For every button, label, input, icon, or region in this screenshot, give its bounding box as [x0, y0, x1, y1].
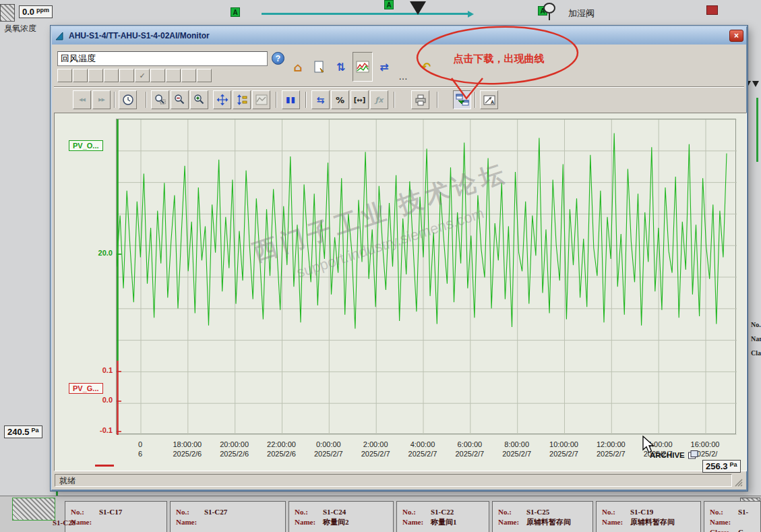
percent-icon: %	[336, 95, 344, 105]
right-column-label: Name	[751, 335, 761, 343]
status-text: 就绪	[55, 474, 732, 487]
separator	[146, 92, 147, 108]
toolbar-slot[interactable]	[104, 69, 119, 82]
sort-button[interactable]: ⇅	[331, 52, 351, 82]
ozone-value: 0.0	[22, 7, 34, 17]
separator	[305, 92, 307, 108]
alarm-a-marker: A	[384, 0, 394, 9]
zoom-out-button[interactable]	[171, 90, 189, 109]
title-bar[interactable]: AHU-S1-4/TT-AHU-S1-4-02AI/Monitor ×	[52, 27, 746, 45]
resize-grip[interactable]	[734, 478, 743, 487]
x-axis-label: 8:00:002025/2/7	[490, 440, 544, 459]
new-trend-button[interactable]	[309, 52, 330, 82]
pause-button[interactable]: ▮▮	[282, 90, 300, 109]
humidifier-valve-label: 加湿阀	[568, 7, 595, 20]
toolbar-slot[interactable]	[181, 69, 196, 82]
equipment-strip: No.:S1-C17Name:No.:S1-C27Name:No.:S1-C24…	[0, 496, 761, 532]
toolbar-slot[interactable]	[73, 69, 88, 82]
forward-icon: ▶▶	[98, 97, 104, 102]
move-axes-button[interactable]: ⇆	[311, 90, 330, 109]
toolbar-slot[interactable]	[197, 69, 212, 82]
hmi-background-screen: 0.0ppm 臭氧浓度 A A A 加湿阀 No. Name Clas 240.…	[0, 0, 761, 532]
y-axis-tick-label: -0.1	[73, 426, 113, 434]
toolbar-slot[interactable]: ✓	[135, 69, 150, 82]
trend-toolbar: ◀◀ ▶▶	[54, 89, 747, 111]
top-right-marker	[706, 5, 718, 15]
trend-plot[interactable]	[116, 119, 736, 434]
pressure-right-value: 256.3	[706, 461, 728, 471]
monitor-window: AHU-S1-4/TT-AHU-S1-4-02AI/Monitor × ? ✓ …	[51, 26, 748, 491]
brackets-icon: [↔]	[354, 96, 366, 104]
move-axes-icon: ⇆	[317, 94, 325, 105]
separator	[437, 92, 438, 108]
separator	[475, 92, 476, 108]
more-button[interactable]: …	[396, 69, 410, 84]
pressure-display-right: 256.3Pa	[702, 460, 741, 473]
equipment-box: No.:S1-C25Name:原辅料暂存间	[492, 501, 593, 532]
toolbar-slot[interactable]	[150, 69, 165, 82]
toolbar-slot[interactable]	[57, 69, 72, 82]
last-record-button[interactable]: ▶▶	[92, 90, 111, 109]
header-toolbar: ⌂ ⇅ ⇄ … ↶	[288, 50, 437, 84]
valve-stem	[549, 13, 550, 20]
mouse-cursor	[642, 436, 657, 454]
pressure-left-value: 240.5	[7, 427, 30, 437]
red-pen-legend-tick	[95, 465, 114, 467]
annotation-text: 点击下载，出现曲线	[431, 53, 566, 65]
data-transfer-button[interactable]: ⇄	[374, 52, 394, 82]
right-column-label: Clas	[751, 349, 761, 357]
undo-icon: ↶	[421, 60, 431, 73]
help-icon: ?	[276, 54, 280, 63]
tag-name-input[interactable]	[57, 51, 268, 66]
pressure-display-left: 240.5Pa	[4, 425, 42, 438]
auto-range-button[interactable]: [↔]	[351, 90, 369, 109]
ozone-unit: ppm	[36, 7, 49, 13]
pan-arrows-icon	[216, 94, 229, 106]
right-column-label: No.	[751, 321, 761, 328]
toolbar-slot[interactable]	[88, 69, 103, 82]
equipment-box: No.:S1-C24Name:称量间2	[288, 501, 394, 532]
percent-view-button[interactable]: %	[331, 90, 349, 109]
toolbar-slot[interactable]	[119, 69, 134, 82]
toolbar-slot-row: ✓	[57, 69, 212, 82]
first-record-button[interactable]: ◀◀	[73, 90, 91, 109]
ruler-button[interactable]: A	[480, 90, 498, 109]
x-axis-label: 18:00:002025/2/6	[160, 440, 214, 459]
statistics-button[interactable]: ƒx	[370, 90, 388, 109]
valve-triangle-icon	[410, 1, 426, 15]
legend-pv-g: PV_G...	[69, 383, 103, 394]
zoom-area-button[interactable]	[151, 90, 169, 109]
status-bar: 就绪	[54, 473, 744, 488]
help-button[interactable]: ?	[272, 52, 284, 65]
hatch-block-top-left	[0, 4, 15, 22]
time-range-button[interactable]	[119, 90, 137, 109]
x-axis-label: 06	[113, 440, 167, 459]
move-trend-button[interactable]	[213, 90, 231, 109]
new-page-icon	[313, 60, 326, 73]
y-axis-zoom-button[interactable]	[233, 90, 251, 109]
y-axis-tick-label: 20.0	[73, 249, 113, 257]
pipe-line	[756, 98, 758, 162]
archive-icon	[688, 450, 698, 459]
trend-view-button[interactable]	[353, 52, 373, 82]
toolbar-slot[interactable]	[166, 69, 181, 82]
x-axis-label: 6:00:002025/2/7	[443, 440, 497, 459]
zoom-out-icon	[174, 94, 186, 106]
close-button[interactable]: ×	[729, 30, 743, 42]
x-axis-label: 20:00:002025/2/6	[208, 440, 262, 459]
fx-icon: ƒx	[375, 96, 384, 105]
archive-control[interactable]: ARCHIVE	[650, 450, 698, 459]
legend-pv-o: PV_O...	[69, 140, 103, 151]
zoom-in-icon	[193, 94, 206, 106]
trend-chart-area: PV_O... PV_G... 20.0 0.1 0.0 -0.1 0618:0…	[54, 113, 747, 471]
undo-button[interactable]: ↶	[416, 52, 436, 82]
separator	[394, 92, 395, 108]
export-data-button[interactable]	[453, 90, 471, 109]
vertical-scale-icon	[236, 94, 248, 106]
curve-select-button[interactable]	[252, 90, 270, 109]
print-button[interactable]	[411, 90, 429, 109]
home-button[interactable]: ⌂	[288, 52, 308, 82]
ozone-value-display: 0.0ppm	[19, 5, 53, 18]
trend-curve-svg	[117, 119, 737, 435]
zoom-in-button[interactable]	[190, 90, 208, 109]
